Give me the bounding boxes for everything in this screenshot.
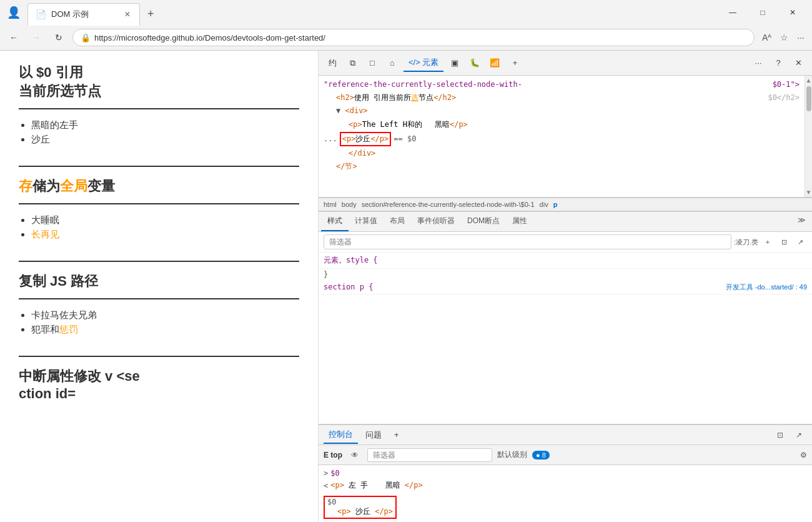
new-tab-button[interactable]: + [140,3,162,26]
address-input[interactable]: 🔒 https://microsoftedge.github.io/Demos/… [72,29,755,46]
list-item: 长再见 [31,229,299,241]
tab-close-button[interactable]: ✕ [123,9,132,20]
computed-tab[interactable]: 计算值 [349,212,384,231]
sources-icon[interactable]: ▣ [446,54,463,72]
list-link[interactable]: 长再见 [31,229,59,239]
filter-action-icons: + ⊡ ↗ [761,235,807,249]
debug-icon[interactable]: 🐛 [466,54,483,72]
help-icon[interactable]: ? [770,54,787,72]
dom-tree-container: "reference-the-currently-selected-node-w… [319,76,812,198]
dom-breakpoints-tab[interactable]: DOM断点 [461,212,506,231]
forward-button: → [27,29,45,46]
add-style-icon[interactable]: + [761,235,775,249]
profile-icon[interactable]: 👤 [5,4,22,21]
console-row-2: < <p> 左 手 黑暗 </p> [324,479,807,492]
more-tools-icon[interactable]: ··· [750,54,767,72]
bc-html[interactable]: html [324,201,337,208]
console-panel-icons: ⊡ ↗ [772,427,807,443]
maximize-button[interactable]: □ [748,3,777,23]
elements-tab[interactable]: </> 元素 [404,54,443,72]
main-area: 以 $0 引用当前所选节点 黑暗的左手 沙丘 存储为全局变量 大睡眠 长再见 复… [0,51,812,522]
rule2-selector: section p { [324,283,373,291]
list-item: 沙丘 [31,134,299,146]
scroll-up-icon[interactable]: ▲ [806,77,812,84]
list-item: 卡拉马佐夫兄弟 [31,309,299,321]
console-settings-icon[interactable]: ⚙ [800,451,807,459]
more-icon[interactable]: ··· [795,30,807,45]
url-text: https://microsoftedge.github.io/Demos/de… [94,33,325,43]
inspect-style-icon[interactable]: ↗ [793,235,807,249]
section3-list: 卡拉马佐夫兄弟 犯罪和惩罚 [31,309,299,336]
console-tabs: 控制台 问题 + ⊡ ↗ [319,425,812,445]
layout-tab[interactable]: 布局 [384,212,411,231]
console-level-label: 默认级别 [497,449,527,460]
tab-bar: 📄 DOM 示例 ✕ + [22,0,718,26]
window-controls: — □ ✕ [718,3,807,23]
console-copy-icon[interactable]: ⊡ [772,427,788,443]
selected-element-box: <p>沙丘</p> [340,132,392,146]
close-button[interactable]: ✕ [778,3,807,23]
styles-tab[interactable]: 样式 [321,212,349,231]
console-row-3: $0 <p> 沙丘 </p> [324,494,807,520]
devtools-toolbar: 约 ⧉ □ ⌂ </> 元素 ▣ 🐛 📶 + ··· ? ✕ [319,51,812,76]
console-filter-input[interactable] [367,448,492,462]
rule1-close: } [319,269,812,280]
bc-section[interactable]: section#reference-the-currently-selected… [362,201,535,208]
dom-attr-text: "reference-the-currently-selected-node-w… [324,80,522,89]
style-rule-2: section p { 开发工具 -do...started/ : 49 [319,280,812,294]
dom-line: "reference-the-currently-selected-node-w… [324,78,800,91]
console-eye-icon[interactable]: 👁 [347,448,362,463]
console-tab[interactable]: 控制台 [324,426,358,444]
dom-line: </div> [324,147,800,160]
style-rule-1: 元素。style { [319,253,812,269]
dom-scrollbar[interactable]: ▲ ▼ [805,76,812,197]
dom-line: ▼ <div> [324,104,800,118]
console-selected-box: $0 <p> 沙丘 </p> [324,496,397,519]
filter-suffix: :凌刀.类 [734,238,758,247]
console-badge: ● 8 [532,451,550,459]
scroll-down-icon[interactable]: ▼ [806,189,812,196]
favorites-icon[interactable]: ☆ [778,30,791,45]
list-link[interactable]: 惩罚 [59,324,78,334]
console-context-label: E top [324,451,342,459]
console-panel: 控制台 问题 + ⊡ ↗ E top 👁 默认级别 ● 8 ⚙ > $0 [319,424,812,522]
bc-div[interactable]: div [540,201,548,208]
section2-list: 大睡眠 长再见 [31,214,299,241]
back-button[interactable]: ← [5,29,22,46]
issues-tab[interactable]: 问题 [360,427,387,443]
bc-p[interactable]: p [553,201,558,208]
active-tab[interactable]: 📄 DOM 示例 ✕ [27,3,140,26]
reader-mode-icon[interactable]: Aᴬ [760,30,774,45]
dom-line: </节> [324,160,800,173]
list-item: 黑暗的左手 [31,119,299,131]
more-tabs-icon[interactable]: ≫ [794,212,810,231]
panel-icon[interactable]: □ [364,54,381,72]
styles-filter-input[interactable] [324,234,731,249]
scroll-thumb[interactable] [806,84,811,189]
bc-body[interactable]: body [342,201,357,208]
copy-style-icon[interactable]: ⊡ [777,235,791,249]
network-icon[interactable]: 📶 [486,54,503,72]
devtools-panel: 约 ⧉ □ ⌂ </> 元素 ▣ 🐛 📶 + ··· ? ✕ "referenc… [319,51,812,522]
close-devtools-icon[interactable]: ✕ [790,54,807,72]
add-tab-icon[interactable]: + [506,54,523,72]
page-content: 以 $0 引用当前所选节点 黑暗的左手 沙丘 存储为全局变量 大睡眠 长再见 复… [0,51,319,522]
console-dock-icon[interactable]: ↗ [791,427,807,443]
section1-list: 黑暗的左手 沙丘 [31,119,299,146]
rule2-source[interactable]: 开发工具 -do...started/ : 49 [726,283,807,292]
event-listeners-tab[interactable]: 事件侦听器 [411,212,461,231]
styles-panel: 样式 计算值 布局 事件侦听器 DOM断点 属性 ≫ :凌刀.类 + ⊡ ↗ 元… [319,211,812,424]
reload-button[interactable]: ↻ [50,29,67,46]
properties-tab[interactable]: 属性 [506,212,533,231]
list-item: 大睡眠 [31,214,299,226]
add-console-tab[interactable]: + [389,428,404,442]
copy-icon[interactable]: ⧉ [344,54,361,72]
pin-icon[interactable]: 约 [324,54,341,72]
tab-icon: 📄 [36,9,46,19]
home-icon[interactable]: ⌂ [384,54,401,72]
dom-line-selected[interactable]: ... <p>沙丘</p> == $0 [324,131,800,147]
minimize-button[interactable]: — [718,3,747,23]
console-toolbar: E top 👁 默认级别 ● 8 ⚙ [319,445,812,465]
list-item: 犯罪和惩罚 [31,324,299,336]
address-bar: ← → ↻ 🔒 https://microsoftedge.github.io/… [0,25,812,50]
